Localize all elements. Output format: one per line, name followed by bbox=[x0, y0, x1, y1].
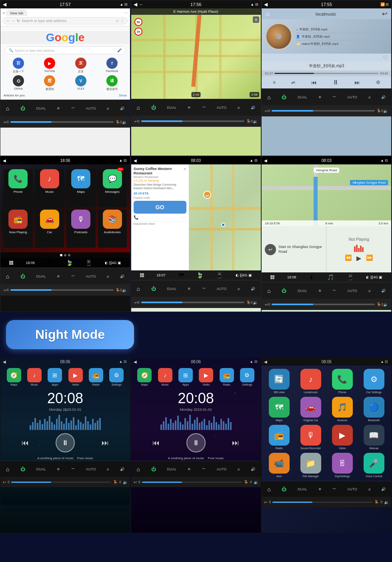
dock-tiktok-icon-6[interactable]: 🎵 bbox=[327, 274, 334, 280]
power-icon-6[interactable]: ⏻ bbox=[282, 288, 286, 294]
pause-icon[interactable]: ⏸ bbox=[332, 79, 339, 86]
night-home-icon-2[interactable]: ⌂ bbox=[137, 466, 140, 472]
volume-icon-5[interactable]: 🔊 bbox=[251, 287, 255, 291]
back-icon-small-6[interactable]: ↩ bbox=[265, 302, 268, 307]
cp-app-podcasts[interactable]: 🎙 Podcasts bbox=[66, 210, 96, 248]
dock-grid-icon[interactable] bbox=[9, 261, 13, 265]
vol-down-icon[interactable]: 🔉 bbox=[122, 120, 127, 124]
playlist-icon[interactable]: ≡ bbox=[273, 80, 276, 85]
grid-kuwooo[interactable]: 🎵 Kuwooo bbox=[328, 397, 356, 422]
power-icon-4[interactable]: ⏻ bbox=[20, 274, 25, 279]
shortcut-facebook[interactable]: f Facebook bbox=[97, 58, 127, 74]
home-icon-6[interactable]: ⌂ bbox=[267, 288, 270, 294]
home-icon-4[interactable]: ⌂ bbox=[6, 273, 9, 280]
dock-grid-icon-6[interactable] bbox=[270, 275, 274, 279]
dock-leaf-icon[interactable]: 🍃 bbox=[66, 260, 73, 266]
night-vold-icon-1[interactable]: 🔉 bbox=[123, 480, 128, 484]
bookmark-icon[interactable]: ☆ bbox=[116, 19, 119, 23]
night-back-2[interactable]: ◀ bbox=[134, 360, 137, 364]
shortcut-github[interactable]: ⌬ GitHub bbox=[4, 75, 33, 91]
cp-back-6[interactable]: ◀ bbox=[264, 158, 267, 163]
grid-voicecontrol[interactable]: 🎤 Voice Control bbox=[360, 453, 388, 478]
back-icon-music[interactable]: ↩ bbox=[382, 10, 387, 18]
back-icon-small[interactable]: ↩ bbox=[4, 120, 7, 124]
night-app-music-2[interactable]: ♪ Music bbox=[158, 368, 172, 386]
temp-slider-left-5[interactable] bbox=[141, 302, 244, 303]
dock-phone-icon-6[interactable]: 📱 bbox=[347, 274, 354, 280]
home-icon-3[interactable]: ⌂ bbox=[267, 94, 270, 100]
night-vold-icon-3[interactable]: 🔉 bbox=[384, 500, 389, 504]
night-pause-btn-1[interactable]: ⏸ bbox=[56, 433, 75, 452]
menu-icon[interactable]: ⋮ bbox=[120, 19, 124, 23]
shortcut-vlex[interactable]: V VLEX bbox=[66, 75, 96, 91]
back-button-2[interactable]: ◀ bbox=[134, 2, 137, 7]
night-app-settings-2[interactable]: ⚙ Settings bbox=[240, 368, 254, 386]
night-vol-icon-1[interactable]: 🔊 bbox=[120, 467, 124, 471]
cp-app-car[interactable]: 🚗 Car bbox=[35, 210, 64, 248]
next-icon[interactable]: ⏭ bbox=[354, 79, 360, 86]
fwd-icon[interactable]: ⏩ bbox=[366, 254, 373, 262]
grid-dspsettings[interactable]: 🎚 DspSettings bbox=[328, 453, 356, 478]
night-vold-icon-2[interactable]: 🔉 bbox=[254, 480, 258, 484]
night-back-1[interactable]: ◀ bbox=[3, 360, 6, 364]
grid-originalcar[interactable]: 🚗 Original Car bbox=[296, 397, 325, 422]
night-back-icon-1[interactable]: ↩ bbox=[3, 480, 6, 484]
shortcut-weread[interactable]: 读 微信读书 bbox=[97, 75, 127, 91]
back-icon-small-2[interactable]: ↩ bbox=[134, 119, 138, 124]
home-icon[interactable]: ⌂ bbox=[6, 105, 9, 112]
night-temp-slider-2[interactable] bbox=[142, 482, 242, 483]
night-temp-slider-3[interactable] bbox=[272, 502, 372, 503]
dock-grid-icon-5[interactable] bbox=[140, 273, 144, 277]
nav-fwd[interactable]: → bbox=[12, 19, 15, 23]
url-bar[interactable]: ← → ↻ Search or type web address ☆ ⋮ bbox=[3, 17, 128, 24]
vol-down-icon-2[interactable]: 🔉 bbox=[253, 119, 258, 124]
dock-phone-icon[interactable]: 📱 bbox=[85, 260, 92, 266]
tab-active[interactable]: New tab bbox=[6, 10, 27, 16]
show-label[interactable]: Show bbox=[119, 94, 127, 97]
temp-slider-left-2[interactable] bbox=[141, 120, 244, 122]
grid-localmusic[interactable]: ♪ Localmusic bbox=[296, 369, 325, 394]
rew-icon[interactable]: ⏪ bbox=[345, 254, 352, 262]
cp-back-5[interactable]: ◀ bbox=[134, 158, 137, 163]
go-button[interactable]: GO bbox=[134, 201, 186, 214]
new-tab-icon[interactable]: + bbox=[3, 11, 5, 15]
phone-poi-icon[interactable]: 📞 bbox=[134, 215, 138, 220]
home-icon-2[interactable]: ⌂ bbox=[137, 104, 140, 111]
volume-icon-2[interactable]: 🔊 bbox=[251, 106, 255, 110]
vol-down-icon-4[interactable]: 🔉 bbox=[122, 288, 127, 292]
night-home-icon-3[interactable]: ⌂ bbox=[267, 486, 270, 492]
home-icon-music[interactable]: ⌂ bbox=[266, 10, 270, 18]
mic-icon[interactable]: 🎤 bbox=[117, 48, 122, 52]
grid-radio[interactable]: 📻 Radio bbox=[265, 425, 293, 450]
temp-slider-left-6[interactable] bbox=[272, 304, 375, 305]
night-back-3[interactable]: ◀ bbox=[264, 360, 267, 364]
grid-maps[interactable]: 🗺 Maps bbox=[265, 397, 293, 422]
shortcut-wallpaper[interactable]: 壁 换壁纸 bbox=[35, 75, 64, 91]
volume-icon-6[interactable]: 🔊 bbox=[381, 289, 386, 293]
eq-icon[interactable]: ⚙ bbox=[376, 80, 380, 85]
night-power-icon-1[interactable]: ⏻ bbox=[20, 466, 25, 472]
power-icon-3[interactable]: ⏻ bbox=[282, 94, 286, 100]
grid-carsettings[interactable]: ⚙ Car Settings bbox=[360, 369, 388, 394]
back-button-1[interactable]: ◀ bbox=[3, 2, 6, 7]
shortcut-jd[interactable]: 京 京东 bbox=[66, 58, 96, 74]
cp-app-maps[interactable]: 🗺 Maps bbox=[66, 169, 96, 207]
cp-back-4[interactable]: ◀ bbox=[3, 158, 6, 163]
grid-phone[interactable]: 📞 Phone bbox=[328, 369, 356, 394]
night-back-icon-2[interactable]: ↩ bbox=[134, 480, 137, 484]
google-search-bar[interactable]: 🔍 Search or type web address 🎤 bbox=[4, 46, 126, 54]
night-power-icon-3[interactable]: ⏻ bbox=[282, 486, 286, 492]
grid-manual[interactable]: 📖 Manual bbox=[360, 425, 388, 450]
night-app-vedio-1[interactable]: ▶ Vedio bbox=[68, 368, 83, 386]
tab-actions[interactable]: ⋯ bbox=[124, 11, 128, 15]
heart-icon[interactable]: ♡ bbox=[383, 54, 388, 61]
cp-app-messages[interactable]: 💬 259 Messages bbox=[98, 169, 127, 207]
home-icon-5[interactable]: ⌂ bbox=[137, 286, 140, 292]
progress-track[interactable] bbox=[274, 73, 378, 74]
refresh-icon[interactable]: ↻ bbox=[17, 19, 20, 23]
back-icon-small-3[interactable]: ↩ bbox=[265, 109, 268, 113]
grid-video[interactable]: ▶ Video bbox=[328, 425, 356, 450]
grid-avin[interactable]: 📹 Avin bbox=[265, 453, 293, 478]
night-power-icon-2[interactable]: ⏻ bbox=[151, 466, 156, 472]
vol-down-icon-5[interactable]: 🔉 bbox=[253, 300, 258, 305]
